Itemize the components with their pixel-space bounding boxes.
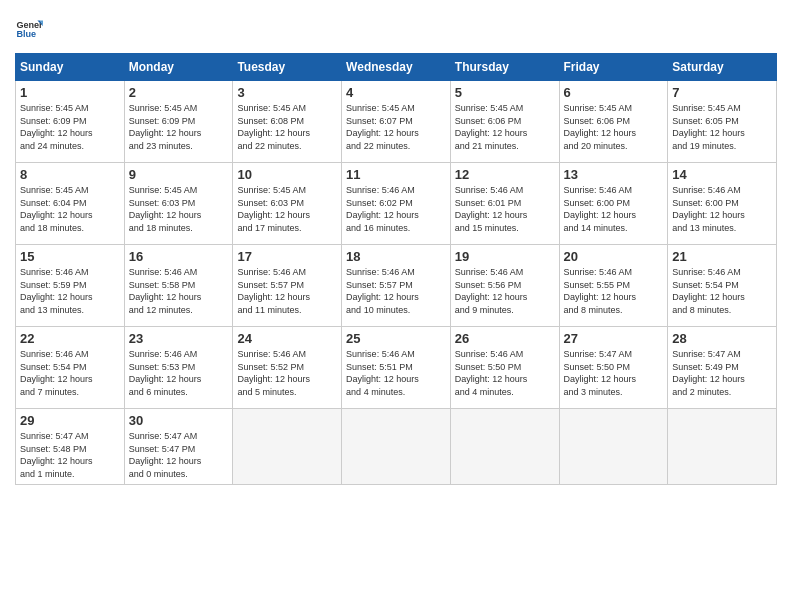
day-number: 26	[455, 331, 555, 346]
calendar-cell: 30Sunrise: 5:47 AM Sunset: 5:47 PM Dayli…	[124, 409, 233, 485]
day-number: 6	[564, 85, 664, 100]
calendar-cell: 10Sunrise: 5:45 AM Sunset: 6:03 PM Dayli…	[233, 163, 342, 245]
calendar-cell: 9Sunrise: 5:45 AM Sunset: 6:03 PM Daylig…	[124, 163, 233, 245]
day-info: Sunrise: 5:46 AM Sunset: 5:52 PM Dayligh…	[237, 348, 337, 398]
calendar-cell: 8Sunrise: 5:45 AM Sunset: 6:04 PM Daylig…	[16, 163, 125, 245]
calendar-cell: 29Sunrise: 5:47 AM Sunset: 5:48 PM Dayli…	[16, 409, 125, 485]
day-number: 30	[129, 413, 229, 428]
calendar-cell: 23Sunrise: 5:46 AM Sunset: 5:53 PM Dayli…	[124, 327, 233, 409]
calendar-table: SundayMondayTuesdayWednesdayThursdayFrid…	[15, 53, 777, 485]
day-info: Sunrise: 5:46 AM Sunset: 5:57 PM Dayligh…	[237, 266, 337, 316]
calendar-cell: 12Sunrise: 5:46 AM Sunset: 6:01 PM Dayli…	[450, 163, 559, 245]
calendar-cell	[668, 409, 777, 485]
weekday-wednesday: Wednesday	[342, 54, 451, 81]
calendar-cell: 26Sunrise: 5:46 AM Sunset: 5:50 PM Dayli…	[450, 327, 559, 409]
calendar-cell: 4Sunrise: 5:45 AM Sunset: 6:07 PM Daylig…	[342, 81, 451, 163]
weekday-header-row: SundayMondayTuesdayWednesdayThursdayFrid…	[16, 54, 777, 81]
day-info: Sunrise: 5:45 AM Sunset: 6:03 PM Dayligh…	[237, 184, 337, 234]
day-info: Sunrise: 5:46 AM Sunset: 6:02 PM Dayligh…	[346, 184, 446, 234]
day-number: 3	[237, 85, 337, 100]
day-info: Sunrise: 5:46 AM Sunset: 5:59 PM Dayligh…	[20, 266, 120, 316]
calendar-week-5: 29Sunrise: 5:47 AM Sunset: 5:48 PM Dayli…	[16, 409, 777, 485]
day-number: 18	[346, 249, 446, 264]
header: General Blue	[15, 15, 777, 43]
calendar-cell: 5Sunrise: 5:45 AM Sunset: 6:06 PM Daylig…	[450, 81, 559, 163]
day-number: 27	[564, 331, 664, 346]
day-info: Sunrise: 5:46 AM Sunset: 5:57 PM Dayligh…	[346, 266, 446, 316]
calendar-cell	[233, 409, 342, 485]
day-info: Sunrise: 5:47 AM Sunset: 5:50 PM Dayligh…	[564, 348, 664, 398]
calendar-cell: 11Sunrise: 5:46 AM Sunset: 6:02 PM Dayli…	[342, 163, 451, 245]
day-number: 21	[672, 249, 772, 264]
calendar-cell: 16Sunrise: 5:46 AM Sunset: 5:58 PM Dayli…	[124, 245, 233, 327]
day-info: Sunrise: 5:46 AM Sunset: 6:00 PM Dayligh…	[672, 184, 772, 234]
calendar-week-4: 22Sunrise: 5:46 AM Sunset: 5:54 PM Dayli…	[16, 327, 777, 409]
day-number: 19	[455, 249, 555, 264]
day-info: Sunrise: 5:46 AM Sunset: 5:54 PM Dayligh…	[672, 266, 772, 316]
day-number: 13	[564, 167, 664, 182]
day-info: Sunrise: 5:46 AM Sunset: 6:00 PM Dayligh…	[564, 184, 664, 234]
day-number: 22	[20, 331, 120, 346]
calendar-cell: 15Sunrise: 5:46 AM Sunset: 5:59 PM Dayli…	[16, 245, 125, 327]
day-info: Sunrise: 5:47 AM Sunset: 5:47 PM Dayligh…	[129, 430, 229, 480]
day-number: 10	[237, 167, 337, 182]
day-number: 25	[346, 331, 446, 346]
day-info: Sunrise: 5:46 AM Sunset: 5:54 PM Dayligh…	[20, 348, 120, 398]
weekday-friday: Friday	[559, 54, 668, 81]
day-number: 9	[129, 167, 229, 182]
svg-text:Blue: Blue	[16, 29, 36, 39]
calendar-week-3: 15Sunrise: 5:46 AM Sunset: 5:59 PM Dayli…	[16, 245, 777, 327]
day-number: 20	[564, 249, 664, 264]
day-info: Sunrise: 5:47 AM Sunset: 5:48 PM Dayligh…	[20, 430, 120, 480]
day-info: Sunrise: 5:46 AM Sunset: 5:51 PM Dayligh…	[346, 348, 446, 398]
day-info: Sunrise: 5:45 AM Sunset: 6:06 PM Dayligh…	[455, 102, 555, 152]
day-info: Sunrise: 5:46 AM Sunset: 6:01 PM Dayligh…	[455, 184, 555, 234]
day-number: 2	[129, 85, 229, 100]
calendar-cell: 17Sunrise: 5:46 AM Sunset: 5:57 PM Dayli…	[233, 245, 342, 327]
day-number: 29	[20, 413, 120, 428]
day-number: 7	[672, 85, 772, 100]
day-number: 1	[20, 85, 120, 100]
weekday-saturday: Saturday	[668, 54, 777, 81]
day-info: Sunrise: 5:45 AM Sunset: 6:06 PM Dayligh…	[564, 102, 664, 152]
day-info: Sunrise: 5:45 AM Sunset: 6:04 PM Dayligh…	[20, 184, 120, 234]
calendar-week-1: 1Sunrise: 5:45 AM Sunset: 6:09 PM Daylig…	[16, 81, 777, 163]
logo-icon: General Blue	[15, 15, 43, 43]
weekday-monday: Monday	[124, 54, 233, 81]
day-info: Sunrise: 5:46 AM Sunset: 5:55 PM Dayligh…	[564, 266, 664, 316]
weekday-tuesday: Tuesday	[233, 54, 342, 81]
day-number: 12	[455, 167, 555, 182]
day-info: Sunrise: 5:45 AM Sunset: 6:03 PM Dayligh…	[129, 184, 229, 234]
calendar-week-2: 8Sunrise: 5:45 AM Sunset: 6:04 PM Daylig…	[16, 163, 777, 245]
page-container: General Blue SundayMondayTuesdayWednesda…	[0, 0, 792, 495]
day-info: Sunrise: 5:45 AM Sunset: 6:09 PM Dayligh…	[20, 102, 120, 152]
weekday-thursday: Thursday	[450, 54, 559, 81]
calendar-cell: 7Sunrise: 5:45 AM Sunset: 6:05 PM Daylig…	[668, 81, 777, 163]
day-number: 14	[672, 167, 772, 182]
calendar-cell	[559, 409, 668, 485]
day-number: 8	[20, 167, 120, 182]
calendar-cell: 28Sunrise: 5:47 AM Sunset: 5:49 PM Dayli…	[668, 327, 777, 409]
calendar-cell: 1Sunrise: 5:45 AM Sunset: 6:09 PM Daylig…	[16, 81, 125, 163]
day-info: Sunrise: 5:46 AM Sunset: 5:58 PM Dayligh…	[129, 266, 229, 316]
calendar-cell: 14Sunrise: 5:46 AM Sunset: 6:00 PM Dayli…	[668, 163, 777, 245]
calendar-cell: 24Sunrise: 5:46 AM Sunset: 5:52 PM Dayli…	[233, 327, 342, 409]
calendar-cell: 27Sunrise: 5:47 AM Sunset: 5:50 PM Dayli…	[559, 327, 668, 409]
day-info: Sunrise: 5:46 AM Sunset: 5:53 PM Dayligh…	[129, 348, 229, 398]
day-number: 28	[672, 331, 772, 346]
day-number: 11	[346, 167, 446, 182]
calendar-cell: 22Sunrise: 5:46 AM Sunset: 5:54 PM Dayli…	[16, 327, 125, 409]
day-number: 16	[129, 249, 229, 264]
day-info: Sunrise: 5:47 AM Sunset: 5:49 PM Dayligh…	[672, 348, 772, 398]
day-info: Sunrise: 5:46 AM Sunset: 5:56 PM Dayligh…	[455, 266, 555, 316]
day-info: Sunrise: 5:45 AM Sunset: 6:07 PM Dayligh…	[346, 102, 446, 152]
day-info: Sunrise: 5:45 AM Sunset: 6:08 PM Dayligh…	[237, 102, 337, 152]
calendar-cell: 21Sunrise: 5:46 AM Sunset: 5:54 PM Dayli…	[668, 245, 777, 327]
calendar-cell: 6Sunrise: 5:45 AM Sunset: 6:06 PM Daylig…	[559, 81, 668, 163]
day-info: Sunrise: 5:45 AM Sunset: 6:05 PM Dayligh…	[672, 102, 772, 152]
calendar-cell: 19Sunrise: 5:46 AM Sunset: 5:56 PM Dayli…	[450, 245, 559, 327]
logo: General Blue	[15, 15, 47, 43]
calendar-cell: 2Sunrise: 5:45 AM Sunset: 6:09 PM Daylig…	[124, 81, 233, 163]
day-info: Sunrise: 5:46 AM Sunset: 5:50 PM Dayligh…	[455, 348, 555, 398]
day-number: 15	[20, 249, 120, 264]
